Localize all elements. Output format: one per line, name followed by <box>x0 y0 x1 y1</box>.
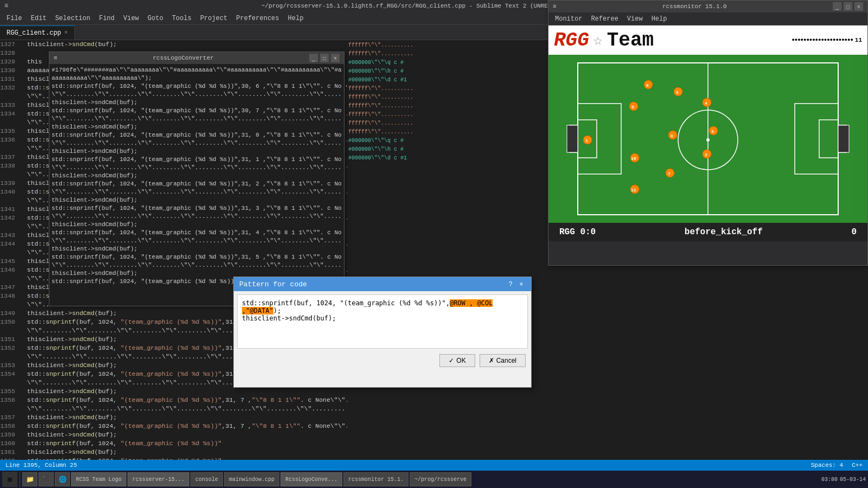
field-svg: 8 5 9 4 6 3 10 2 7 1 <box>548 55 867 223</box>
converter-content: #1796fe\"#######aa\"\"aaaaaaaa\"\"#aaaaa… <box>49 64 344 306</box>
svg-text:6: 6 <box>671 133 673 138</box>
code-line-1361: 1361 thisclient->sndCmd(buf); <box>0 448 347 457</box>
window-icon: ≡ <box>4 2 8 10</box>
monitor-maximize[interactable]: □ <box>844 2 852 11</box>
taskbar-rcssserver[interactable]: rcssserver-15... <box>127 472 189 486</box>
taskbar-mainwindow[interactable]: mainwindow.cpp <box>224 472 279 486</box>
dialog-title-bar: Pattern for code ? × <box>234 277 531 291</box>
logo-converter-window: ≡ rcssLogoConverter _ □ × #1796fe\"#####… <box>49 52 344 306</box>
ok-check-icon: ✓ <box>449 357 454 364</box>
monitor-menu-help[interactable]: Help <box>647 14 672 24</box>
status-spaces: Spaces: 4 <box>811 462 843 468</box>
taskbar-browser[interactable]: 🌐 <box>55 472 70 486</box>
monitor-minimize[interactable]: _ <box>833 2 841 11</box>
monitor-menu-referee[interactable]: Referee <box>586 14 622 24</box>
monitor-window: ≡ rcssmonitor 15.1.0 _ □ × Monitor Refer… <box>548 0 868 266</box>
monitor-menu-monitor[interactable]: Monitor <box>551 14 586 24</box>
monitor-menu: Monitor Referee View Help <box>548 12 867 25</box>
monitor-close[interactable]: × <box>854 2 863 11</box>
menu-goto[interactable]: Goto <box>143 12 168 24</box>
clock-time: 03:80 <box>821 477 838 483</box>
menu-help[interactable]: Help <box>284 12 308 24</box>
dialog-controls: ? × <box>506 280 526 288</box>
taskbar: ⊞ 📁 ⬛ 🌐 RCSS Team Logo rcssserver-15... … <box>0 471 868 488</box>
soccer-field: 8 5 9 4 6 3 10 2 7 1 <box>548 55 867 223</box>
code-line-1327: 1327 thisclient->sndCmd(buf); <box>0 40 347 49</box>
taskbar-clock: 03:80 05-03-14 <box>821 477 866 483</box>
dialog-code-line1: std::snprintf(buf, 1024, "(team_graphic … <box>242 299 523 314</box>
dialog-content-area[interactable]: std::snprintf(buf, 1024, "(team_graphic … <box>237 294 528 349</box>
menu-tools[interactable]: Tools <box>168 12 196 24</box>
menu-selection[interactable]: Selection <box>51 12 95 24</box>
converter-close[interactable]: × <box>331 54 340 62</box>
player-dots: ●●●●●●●●●●●●●●●●●●●●● <box>792 37 853 43</box>
rgg-logo-text: RGG <box>554 29 589 52</box>
dialog-code-line2: thisclient->sndCmd(buf); <box>242 314 523 322</box>
taskbar-terminal[interactable]: ⬛ <box>39 472 54 486</box>
dialog-close-icon[interactable]: × <box>517 280 526 288</box>
menu-edit[interactable]: Edit <box>27 12 51 24</box>
monitor-icon: ≡ <box>553 3 557 10</box>
pattern-dialog: Pattern for code ? × std::snprintf(buf, … <box>233 277 532 388</box>
dialog-cancel-button[interactable]: ✗ Cancel <box>480 354 526 367</box>
svg-text:2: 2 <box>705 152 707 157</box>
score-status: before_kick_off <box>685 227 763 237</box>
menu-preferences[interactable]: Preferences <box>232 12 283 24</box>
taskbar-rcssmonitor[interactable]: rcssmonitor 15.1. <box>343 472 409 486</box>
monitor-menu-view[interactable]: View <box>623 14 647 24</box>
taskbar-prog[interactable]: ~/prog/rcssserve <box>410 472 471 486</box>
dot-count: 11 <box>855 37 862 43</box>
converter-maximize[interactable]: □ <box>320 54 329 62</box>
monitor-title: rcssmonitor 15.1.0 <box>662 3 727 10</box>
svg-rect-12 <box>838 125 849 152</box>
converter-icon: ≡ <box>54 55 58 61</box>
start-button[interactable]: ⊞ <box>2 472 17 487</box>
status-bar: Line 1395, Column 25 Spaces: 4 C++ <box>0 460 868 471</box>
dialog-footer: ✓ OK ✗ Cancel <box>234 352 531 369</box>
svg-text:4: 4 <box>705 101 707 106</box>
svg-text:5: 5 <box>676 90 679 95</box>
tab-rgg-client[interactable]: RGG_client.cpp × <box>0 25 75 40</box>
team-text: Team <box>607 29 654 52</box>
tab-close-icon[interactable]: × <box>65 30 68 36</box>
code-line-1357: 1357 thisclient->sndCmd(buf); <box>0 413 347 422</box>
code-line-1358: 1358 std::snprintf(buf, 1024, "(team_gra… <box>0 422 347 431</box>
taskbar-console[interactable]: console <box>190 472 223 486</box>
score-num: 0 <box>851 227 857 237</box>
taskbar-rcsslogo-conv[interactable]: RcssLogoConve... <box>280 472 342 486</box>
dialog-ok-button[interactable]: ✓ OK <box>439 354 475 367</box>
clock-date: 05-03-14 <box>840 477 866 483</box>
monitor-title-bar: ≡ rcssmonitor 15.1.0 _ □ × <box>548 1 867 12</box>
code-line-1360: 1360 std::snprintf(buf, 1024, "(team_gra… <box>0 439 347 448</box>
svg-text:8: 8 <box>646 83 649 88</box>
svg-text:10: 10 <box>631 156 636 161</box>
svg-text:1: 1 <box>585 138 588 143</box>
star-icon: ☆ <box>593 31 603 49</box>
status-position: Line 1395, Column 25 <box>5 462 77 468</box>
taskbar-files[interactable]: 📁 <box>22 472 37 486</box>
dialog-title-text: Pattern for code <box>239 280 307 288</box>
svg-rect-8 <box>567 125 578 152</box>
converter-minimize[interactable]: _ <box>309 54 318 62</box>
status-right: Spaces: 4 C++ <box>811 462 863 468</box>
converter-title-bar: ≡ rcssLogoConverter _ □ × <box>49 52 344 64</box>
code-line-1356b: \"\"........\"\"........\"\"........\"\"… <box>0 404 347 413</box>
code-line-1356: 1356 std::snprintf(buf, 1024, "(team_gra… <box>0 396 347 404</box>
svg-text:9: 9 <box>631 105 634 110</box>
dialog-help[interactable]: ? <box>506 280 515 288</box>
menu-find[interactable]: Find <box>94 12 119 24</box>
dialog-highlight: @ROW , @COL ,"@DATA" <box>242 299 493 314</box>
taskbar-rcss-logo[interactable]: RCSS Team Logo <box>71 472 126 486</box>
menu-project[interactable]: Project <box>196 12 232 24</box>
svg-text:7: 7 <box>668 171 671 176</box>
monitor-logo-bar: RGG ☆ Team ●●●●●●●●●●●●●●●●●●●●● 11 <box>548 25 867 55</box>
ok-label: OK <box>456 357 465 364</box>
cancel-x-icon: ✗ <box>489 357 494 364</box>
cancel-label: Cancel <box>496 357 516 364</box>
tab-label: RGG_client.cpp <box>7 29 61 37</box>
code-line-1355: 1355 thisclient->sndCmd(buf); <box>0 387 347 396</box>
code-line-1359: 1359 thisclient->sndCmd(buf); <box>0 431 347 439</box>
menu-view[interactable]: View <box>119 12 143 24</box>
score-left: RGG 0:0 <box>559 227 596 237</box>
menu-file[interactable]: File <box>2 12 27 24</box>
